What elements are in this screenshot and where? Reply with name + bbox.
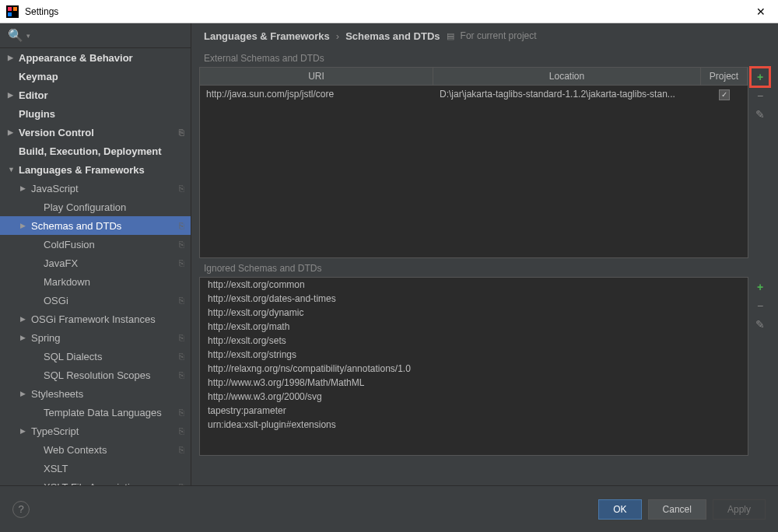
breadcrumb-first: Languages & Frameworks — [204, 30, 330, 42]
external-panel-row: URI Location Project http://java.sun.com… — [199, 67, 770, 258]
ignored-section-label: Ignored Schemas and DTDs — [204, 263, 770, 274]
sidebar-item-spring[interactable]: ▶Spring⎘ — [0, 328, 191, 347]
list-item[interactable]: http://exslt.org/sets — [200, 334, 748, 348]
sidebar-item-label: ColdFusion — [44, 239, 179, 250]
sidebar-item-markdown[interactable]: Markdown — [0, 272, 191, 291]
sidebar-item-keymap[interactable]: Keymap — [0, 67, 191, 86]
list-item[interactable]: urn:idea:xslt-plugin#extensions — [200, 418, 748, 432]
help-button[interactable]: ? — [12, 501, 30, 518]
sidebar-item-typescript[interactable]: ▶TypeScript⎘ — [0, 422, 191, 440]
arrow-icon: ▼ — [8, 166, 19, 173]
arrow-icon: ▶ — [20, 315, 31, 323]
sidebar-item-javafx[interactable]: JavaFX⎘ — [0, 254, 191, 272]
sidebar-item-label: Play Configuration — [44, 201, 191, 213]
breadcrumb-sep: › — [336, 30, 339, 42]
list-item[interactable]: http://exslt.org/dates-and-times — [200, 292, 748, 306]
ignored-panel-row: http://exslt.org/commonhttp://exslt.org/… — [199, 277, 770, 456]
remove-external-button[interactable]: − — [752, 87, 769, 104]
chevron-down-icon: ▾ — [26, 32, 30, 40]
table-row[interactable]: http://java.sun.com/jsp/jstl/coreD:\jar\… — [200, 86, 748, 103]
sidebar-item-plugins[interactable]: Plugins — [0, 104, 191, 123]
list-item[interactable]: http://www.w3.org/1998/Math/MathML — [200, 376, 748, 390]
list-item[interactable]: http://exslt.org/dynamic — [200, 306, 748, 320]
project-checkbox[interactable]: ✓ — [719, 89, 730, 100]
sidebar-item-appearance-behavior[interactable]: ▶Appearance & Behavior — [0, 48, 191, 67]
ignored-list[interactable]: http://exslt.org/commonhttp://exslt.org/… — [199, 277, 748, 456]
app-icon — [6, 5, 19, 18]
apply-button[interactable]: Apply — [713, 499, 766, 520]
cell-project[interactable]: ✓ — [701, 87, 748, 102]
arrow-icon: ▶ — [8, 54, 19, 61]
table-body: http://java.sun.com/jsp/jstl/coreD:\jar\… — [200, 86, 748, 103]
arrow-icon: ▶ — [20, 390, 31, 397]
search-row[interactable]: 🔍 ▾ — [0, 23, 191, 48]
sidebar-item-xslt[interactable]: XSLT — [0, 459, 191, 478]
sidebar-item-osgi-framework-instances[interactable]: ▶OSGi Framework Instances — [0, 310, 191, 328]
sidebar-item-label: Version Control — [19, 127, 179, 138]
sidebar-item-template-data-languages[interactable]: Template Data Languages⎘ — [0, 403, 191, 422]
project-badge-icon: ⎘ — [179, 184, 184, 193]
external-table[interactable]: URI Location Project http://java.sun.com… — [199, 67, 748, 258]
sidebar-item-label: JavaScript — [31, 183, 179, 194]
add-ignored-button[interactable]: + — [752, 278, 769, 296]
sidebar-item-build-execution-deployment[interactable]: Build, Execution, Deployment — [0, 142, 191, 160]
col-uri[interactable]: URI — [200, 68, 433, 85]
sidebar-item-label: XSLT File Associations — [44, 481, 179, 486]
svg-rect-1 — [8, 7, 12, 11]
sidebar-item-play-configuration[interactable]: Play Configuration — [0, 198, 191, 216]
sidebar-item-editor[interactable]: ▶Editor — [0, 86, 191, 104]
arrow-icon: ▶ — [8, 128, 19, 136]
sidebar-item-label: Languages & Frameworks — [19, 164, 191, 176]
sidebar-item-coldfusion[interactable]: ColdFusion⎘ — [0, 235, 191, 254]
add-external-button[interactable]: + — [752, 68, 769, 86]
list-item[interactable]: tapestry:parameter — [200, 404, 748, 418]
project-badge-icon: ⎘ — [179, 426, 184, 436]
ignored-side-buttons: + − ✎ — [752, 277, 770, 456]
list-item[interactable]: http://exslt.org/common — [200, 278, 748, 292]
sidebar-item-label: Web Contexts — [44, 444, 179, 456]
window-title: Settings — [25, 6, 750, 17]
sidebar-item-stylesheets[interactable]: ▶Stylesheets — [0, 384, 191, 403]
sidebar-item-web-contexts[interactable]: Web Contexts⎘ — [0, 440, 191, 459]
breadcrumb: Languages & Frameworks › Schemas and DTD… — [199, 23, 770, 48]
sidebar-item-label: Stylesheets — [31, 388, 191, 400]
edit-external-button[interactable]: ✎ — [752, 106, 769, 123]
col-location[interactable]: Location — [433, 68, 701, 85]
sidebar-item-label: Build, Execution, Deployment — [19, 145, 191, 157]
project-badge-icon: ⎘ — [179, 296, 184, 305]
sidebar-item-osgi[interactable]: OSGi⎘ — [0, 291, 191, 310]
sidebar-item-schemas-and-dtds[interactable]: ▶Schemas and DTDs⎘ — [0, 216, 191, 235]
content: Languages & Frameworks › Schemas and DTD… — [191, 23, 778, 485]
list-item[interactable]: http://exslt.org/strings — [200, 348, 748, 362]
list-item[interactable]: http://www.w3.org/2000/svg — [200, 390, 748, 404]
svg-rect-3 — [8, 12, 12, 16]
sidebar-item-version-control[interactable]: ▶Version Control⎘ — [0, 123, 191, 142]
sidebar-item-sql-dialects[interactable]: SQL Dialects⎘ — [0, 347, 191, 366]
sidebar-item-label: Plugins — [19, 108, 191, 120]
arrow-icon: ▶ — [8, 91, 19, 99]
remove-ignored-button[interactable]: − — [752, 297, 769, 314]
breadcrumb-second: Schemas and DTDs — [345, 30, 440, 42]
project-badge-icon: ⎘ — [179, 240, 184, 249]
external-side-buttons: + − ✎ — [752, 67, 770, 258]
list-item[interactable]: http://relaxng.org/ns/compatibility/anno… — [200, 362, 748, 376]
sidebar-item-label: XSLT — [44, 463, 191, 474]
sidebar-item-label: Markdown — [44, 276, 191, 288]
close-icon[interactable]: ✕ — [750, 5, 772, 18]
sidebar-item-languages-frameworks[interactable]: ▼Languages & Frameworks — [0, 160, 191, 179]
arrow-icon: ▶ — [20, 334, 31, 341]
project-badge-icon: ⎘ — [179, 221, 184, 230]
cancel-button[interactable]: Cancel — [648, 499, 706, 520]
sidebar-item-label: TypeScript — [31, 425, 179, 437]
sidebar-item-xslt-file-associations[interactable]: XSLT File Associations⎘ — [0, 478, 191, 485]
ok-button[interactable]: OK — [598, 499, 641, 520]
settings-tree[interactable]: ▶Appearance & BehaviorKeymap▶EditorPlugi… — [0, 48, 191, 485]
list-item[interactable]: http://exslt.org/math — [200, 320, 748, 334]
sidebar-item-javascript[interactable]: ▶JavaScript⎘ — [0, 179, 191, 198]
project-badge-icon: ⎘ — [179, 128, 184, 137]
sidebar-item-label: OSGi — [44, 295, 179, 306]
edit-ignored-button[interactable]: ✎ — [752, 316, 769, 333]
sidebar-item-sql-resolution-scopes[interactable]: SQL Resolution Scopes⎘ — [0, 366, 191, 384]
col-project[interactable]: Project — [701, 68, 748, 85]
sidebar: 🔍 ▾ ▶Appearance & BehaviorKeymap▶EditorP… — [0, 23, 191, 485]
